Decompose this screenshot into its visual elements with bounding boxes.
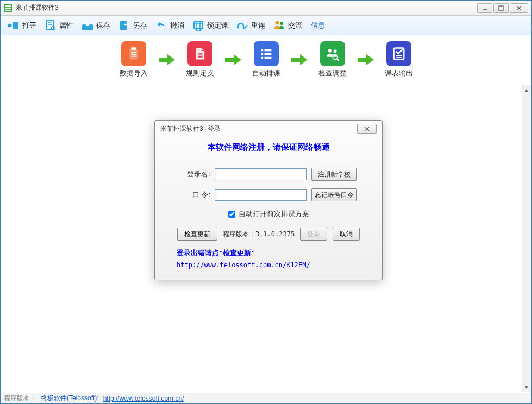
check-update-button[interactable]: 检查更新	[177, 228, 217, 241]
svg-rect-34	[264, 49, 271, 51]
maximize-button[interactable]	[493, 3, 509, 13]
svg-point-13	[53, 28, 54, 29]
svg-rect-36	[264, 53, 271, 55]
app-icon	[4, 4, 12, 12]
inspect-icon	[320, 41, 345, 66]
username-input[interactable]	[215, 168, 307, 180]
reconnect-icon	[236, 19, 249, 32]
dialog-heading: 本软件网络注册，请保证网络畅通	[166, 142, 371, 153]
workflow-label: 课表输出	[385, 68, 413, 78]
svg-rect-16	[194, 21, 203, 29]
arrow-icon	[224, 52, 242, 67]
workflow-label: 自动排课	[252, 68, 280, 78]
arrow-icon	[158, 52, 176, 67]
svg-point-40	[333, 49, 336, 53]
props-button[interactable]: 属性	[41, 17, 77, 34]
dialog-titlebar: 米菲排课软件3--登录	[155, 121, 382, 137]
scroll-thumb[interactable]	[522, 94, 531, 382]
props-icon	[44, 19, 57, 32]
dialog-url-link[interactable]: http://www.telossoft.com.cn/K12EM/	[177, 261, 310, 269]
workflow-label: 数据导入	[120, 68, 148, 78]
cancel-button[interactable]: 取消	[333, 228, 360, 241]
save-button[interactable]: 保存	[78, 17, 114, 34]
scroll-up-icon[interactable]: ▲	[522, 85, 531, 94]
lock-icon	[192, 19, 205, 32]
svg-rect-9	[46, 21, 54, 30]
info-link[interactable]: 信息	[311, 21, 325, 30]
login-button[interactable]: 登录	[300, 228, 327, 241]
status-version-label: 程序版本：	[4, 394, 36, 403]
saveas-label: 另存	[133, 21, 147, 30]
register-button[interactable]: 注册新学校	[311, 168, 357, 181]
undo-button[interactable]: 撤消	[152, 17, 187, 34]
username-row: 登录名: 注册新学校	[166, 168, 371, 181]
scroll-down-icon[interactable]: ▼	[522, 382, 531, 392]
workflow-label: 规则定义	[186, 68, 214, 78]
svg-rect-3	[5, 10, 11, 11]
auto-open-checkbox[interactable]	[228, 211, 235, 218]
open-button[interactable]: 打开	[4, 17, 40, 34]
list-icon	[254, 41, 279, 66]
chat-label: 交流	[288, 21, 302, 30]
reconnect-label: 重连	[251, 21, 265, 30]
svg-rect-26	[131, 47, 136, 50]
saveas-icon	[118, 19, 131, 32]
error-hint: 登录出错请点"检查更新"	[177, 248, 371, 258]
clipboard-icon	[121, 41, 146, 66]
chat-icon	[273, 19, 286, 32]
workflow-bar: 数据导入 规则定义 自动排课 检查调整 课表输出	[1, 35, 531, 84]
lock-button[interactable]: 锁定课	[189, 17, 231, 34]
svg-rect-5	[499, 6, 503, 10]
undo-label: 撤消	[170, 21, 184, 30]
svg-rect-35	[261, 53, 263, 55]
titlebar: 米菲排课软件3	[1, 1, 531, 16]
props-label: 属性	[59, 21, 73, 30]
vertical-scrollbar[interactable]: ▲ ▼	[522, 85, 531, 392]
workflow-step-rules[interactable]: 规则定义	[186, 41, 214, 78]
arrow-icon	[356, 52, 375, 67]
password-input[interactable]	[215, 189, 307, 201]
version-text: 程序版本：3.1.0.2375	[223, 230, 295, 239]
chat-button[interactable]: 交流	[270, 17, 305, 34]
svg-rect-15	[120, 21, 127, 30]
password-row: 口 令: 忘记帐号口令	[166, 188, 371, 201]
svg-point-24	[280, 22, 283, 25]
dialog-title: 米菲排课软件3--登录	[160, 124, 357, 134]
workflow-step-export[interactable]: 课表输出	[385, 41, 413, 78]
forgot-button[interactable]: 忘记帐号口令	[311, 188, 357, 201]
close-button[interactable]	[510, 3, 528, 13]
svg-point-21	[196, 29, 197, 30]
auto-open-label: 自动打开前次排课方案	[239, 209, 309, 219]
undo-icon	[155, 19, 168, 32]
svg-point-23	[276, 21, 279, 24]
svg-line-42	[337, 59, 339, 61]
save-icon	[81, 19, 94, 32]
workflow-step-auto[interactable]: 自动排课	[252, 41, 280, 78]
lock-label: 锁定课	[207, 21, 228, 30]
minimize-button[interactable]	[477, 3, 492, 13]
toolbar: 打开 属性 保存 另存 撤消 锁定课 重连 交流 信息	[1, 16, 531, 35]
svg-point-39	[328, 48, 331, 52]
arrow-icon	[290, 52, 309, 67]
statusbar: 程序版本： 终极软件(Telossoft): http://www.teloss…	[1, 393, 531, 403]
workflow-step-import[interactable]: 数据导入	[120, 41, 148, 78]
dialog-body: 本软件网络注册，请保证网络畅通 登录名: 注册新学校 口 令: 忘记帐号口令 自…	[155, 137, 382, 280]
export-icon	[386, 41, 411, 66]
open-label: 打开	[22, 21, 36, 30]
status-url-link[interactable]: http://www.telossoft.com.cn/	[103, 395, 184, 402]
login-dialog: 米菲排课软件3--登录 本软件网络注册，请保证网络畅通 登录名: 注册新学校 口…	[154, 120, 383, 280]
saveas-button[interactable]: 另存	[115, 17, 151, 34]
svg-point-22	[199, 29, 201, 30]
reconnect-button[interactable]: 重连	[233, 17, 268, 34]
svg-rect-33	[261, 49, 263, 51]
workflow-step-check[interactable]: 检查调整	[318, 41, 347, 78]
status-company: 终极软件(Telossoft):	[41, 394, 99, 403]
svg-rect-2	[5, 8, 11, 9]
save-label: 保存	[96, 21, 110, 30]
username-label: 登录名:	[180, 169, 210, 179]
document-icon	[187, 41, 212, 66]
svg-rect-38	[264, 56, 271, 59]
svg-rect-1	[5, 5, 11, 7]
auto-open-row: 自动打开前次排课方案	[166, 209, 371, 219]
dialog-close-button[interactable]	[357, 124, 377, 134]
